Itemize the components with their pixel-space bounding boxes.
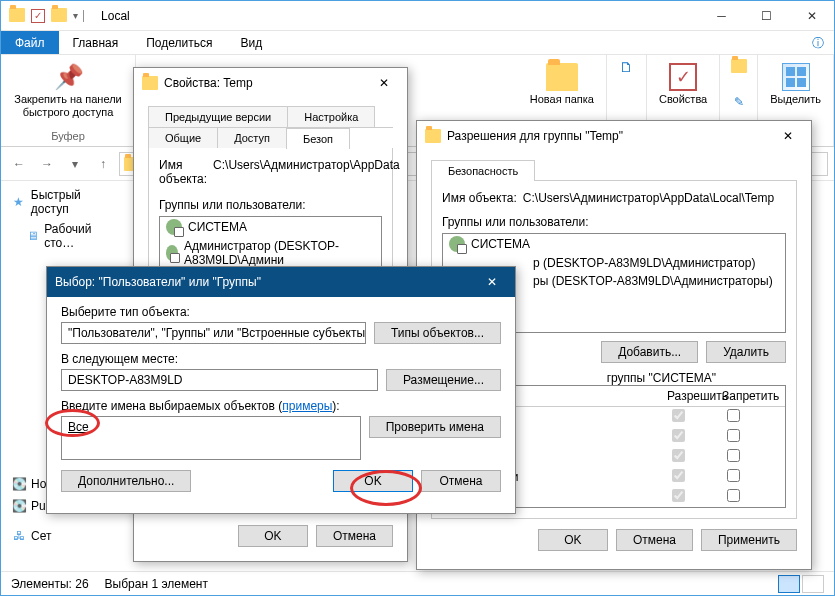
titlebar: ✓ ▾ │ Local ─ ☐ ✕ [1,1,834,31]
select-button[interactable]: Выделить [766,59,825,110]
locations-button[interactable]: Размещение... [386,369,501,391]
user-icon [166,219,182,235]
view-tab[interactable]: Вид [226,31,276,54]
check-names-button[interactable]: Проверить имена [369,416,501,438]
tab-security[interactable]: Безопасность [431,160,535,181]
checkbox-icon[interactable]: ✓ [31,9,45,23]
groups-label: Группы или пользователи: [159,198,382,212]
recent-button[interactable]: ▾ [63,152,87,176]
dialog-titlebar[interactable]: Выбор: "Пользователи" или "Группы" ✕ [47,267,515,297]
object-name-value: C:\Users\Администратор\AppData [213,158,400,186]
user-icon [449,236,465,252]
new-folder-button[interactable]: Новая папка [526,59,598,110]
user-icon [166,245,178,261]
select-icon [782,63,810,91]
dialog-title: Выбор: "Пользователи" или "Группы" [55,275,471,289]
up-button[interactable]: ↑ [91,152,115,176]
desktop-icon: 🖥 [25,228,40,244]
tree-desktop[interactable]: 🖥Рабочий сто… [5,219,127,253]
properties-button[interactable]: ✓ Свойства [655,59,711,110]
maximize-button[interactable]: ☐ [744,1,789,31]
forward-button[interactable]: → [35,152,59,176]
tab-sharing[interactable]: Доступ [217,127,287,148]
menubar: Файл Главная Поделиться Вид ⓘ [1,31,834,55]
object-name-label: Имя объекта: [159,158,207,186]
folder-icon [425,129,441,143]
qat-dropdown-icon[interactable]: ▾ │ [73,10,87,21]
select-users-dialog: Выбор: "Пользователи" или "Группы" ✕ Выб… [46,266,516,514]
network-drive-icon: 💽 [11,498,27,514]
folder-icon [51,8,67,24]
details-view-button[interactable] [778,575,800,593]
home-tab[interactable]: Главная [59,31,133,54]
back-button[interactable]: ← [7,152,31,176]
close-button[interactable]: ✕ [369,76,399,90]
ok-button[interactable]: OK [333,470,413,492]
list-item: СИСТЕМА [443,234,785,254]
examples-link[interactable]: примеры [282,399,332,413]
allow-checkbox[interactable] [672,409,685,422]
help-icon[interactable]: ⓘ [802,31,834,54]
tabs-row2: Общие Доступ Безоп [148,127,393,148]
remove-button[interactable]: Удалить [706,341,786,363]
allow-checkbox[interactable] [672,429,685,442]
allow-checkbox[interactable] [672,489,685,502]
deny-checkbox[interactable] [727,429,740,442]
object-types-button[interactable]: Типы объектов... [374,322,501,344]
groups-label: Группы или пользователи: [442,215,786,229]
advanced-button[interactable]: Дополнительно... [61,470,191,492]
object-type-label: Выберите тип объекта: [61,305,501,319]
folder-icon [9,8,25,24]
dialog-title: Разрешения для группы "Temp" [447,129,767,143]
close-button[interactable]: ✕ [773,129,803,143]
tabs: Предыдущие версии Настройка [148,106,393,128]
deny-checkbox[interactable] [727,489,740,502]
apply-button[interactable]: Применить [701,529,797,551]
tab-previous-versions[interactable]: Предыдущие версии [148,106,288,127]
list-item: Администратор (DESKTOP-A83M9LD\Админи [160,237,381,269]
tree-network[interactable]: 🖧Сет [5,525,127,547]
tab-security[interactable]: Безоп [286,128,350,149]
dialog-titlebar: Разрешения для группы "Temp" ✕ [417,121,811,151]
list-item: СИСТЕМА [160,217,381,237]
deny-checkbox[interactable] [727,469,740,482]
icons-view-button[interactable] [802,575,824,593]
window-title: Local [95,9,699,23]
deny-checkbox[interactable] [727,409,740,422]
close-button[interactable]: ✕ [477,275,507,289]
file-menu[interactable]: Файл [1,31,59,54]
cancel-button[interactable]: Отмена [616,529,693,551]
ok-button[interactable]: OK [538,529,608,551]
network-icon: 🖧 [11,528,27,544]
folder-icon [546,63,578,91]
tab-customize[interactable]: Настройка [287,106,375,127]
names-label: Введите имена выбираемых объектов (приме… [61,399,501,413]
tree-quick-access[interactable]: ★Быстрый доступ [5,185,127,219]
edit-icon[interactable]: ✎ [734,95,744,109]
dialog-title: Свойства: Temp [164,76,363,90]
new-item-icon[interactable]: 🗋 [619,59,633,75]
open-icon[interactable] [731,59,747,76]
tab-general[interactable]: Общие [148,127,218,148]
pin-icon [54,63,82,91]
location-field: DESKTOP-A83M9LD [61,369,378,391]
object-names-input[interactable] [61,416,361,460]
status-selection: Выбран 1 элемент [105,577,208,591]
statusbar: Элементы: 26 Выбран 1 элемент [1,571,834,595]
share-tab[interactable]: Поделиться [132,31,226,54]
drive-icon: 💽 [11,476,27,492]
pin-quick-access-button[interactable]: Закрепить на панели быстрого доступа [9,59,127,123]
ok-button[interactable]: OK [238,525,308,547]
allow-checkbox[interactable] [672,469,685,482]
cancel-button[interactable]: Отмена [316,525,393,547]
star-icon: ★ [11,194,27,210]
location-label: В следующем месте: [61,352,501,366]
object-name-value: C:\Users\Администратор\AppData\Local\Tem… [523,191,774,205]
add-button[interactable]: Добавить... [601,341,698,363]
allow-checkbox[interactable] [672,449,685,462]
cancel-button[interactable]: Отмена [421,470,501,492]
deny-checkbox[interactable] [727,449,740,462]
minimize-button[interactable]: ─ [699,1,744,31]
close-button[interactable]: ✕ [789,1,834,31]
object-type-field: "Пользователи", "Группы" или "Встроенные… [61,322,366,344]
